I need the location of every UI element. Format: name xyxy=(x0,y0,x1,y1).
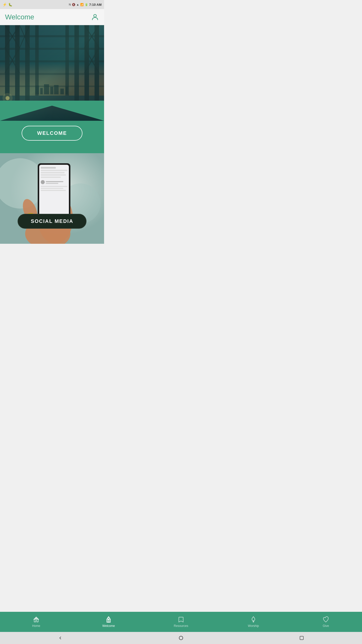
svg-rect-47 xyxy=(41,172,65,173)
signal-icon: 📶 xyxy=(80,3,84,6)
social-media-section: SOCIAL MEDIA xyxy=(0,153,104,244)
social-media-background: SOCIAL MEDIA xyxy=(0,153,104,244)
usb-icon: ⚡ xyxy=(3,3,7,7)
mute-icon: 🔇 xyxy=(72,3,75,6)
battery-icon: 🔋 xyxy=(85,3,88,6)
hero-image-section xyxy=(0,25,104,121)
welcome-button[interactable]: WELCOME xyxy=(22,126,82,141)
status-bar: ⚡ 🐛 N 🔇 ▲ 📶 🔋 7:10 AM xyxy=(0,0,104,9)
bug-icon: 🐛 xyxy=(8,3,12,7)
wifi-icon: ▲ xyxy=(76,3,79,6)
app-header: Welcome xyxy=(0,9,104,25)
page-title: Welcome xyxy=(5,13,34,21)
svg-marker-36 xyxy=(0,101,104,121)
status-bar-left: ⚡ 🐛 xyxy=(3,3,12,7)
hero-wrapper: WELCOME xyxy=(0,25,104,153)
svg-rect-48 xyxy=(41,174,66,176)
svg-rect-55 xyxy=(41,190,66,191)
profile-button[interactable] xyxy=(91,13,99,21)
status-bar-right: N 🔇 ▲ 📶 🔋 7:10 AM xyxy=(69,3,102,7)
social-media-button-container: SOCIAL MEDIA xyxy=(0,214,104,229)
svg-rect-52 xyxy=(46,183,58,184)
svg-point-0 xyxy=(94,14,97,17)
time-display: 7:10 AM xyxy=(89,3,102,7)
social-media-button[interactable]: SOCIAL MEDIA xyxy=(18,214,86,229)
svg-rect-46 xyxy=(41,170,67,171)
svg-rect-53 xyxy=(41,186,67,187)
welcome-section: WELCOME xyxy=(0,121,104,153)
svg-point-50 xyxy=(41,180,45,184)
svg-rect-54 xyxy=(41,188,63,189)
svg-rect-49 xyxy=(41,177,61,178)
nfc-icon: N xyxy=(69,3,71,6)
svg-rect-51 xyxy=(46,181,63,182)
svg-rect-45 xyxy=(41,167,56,169)
